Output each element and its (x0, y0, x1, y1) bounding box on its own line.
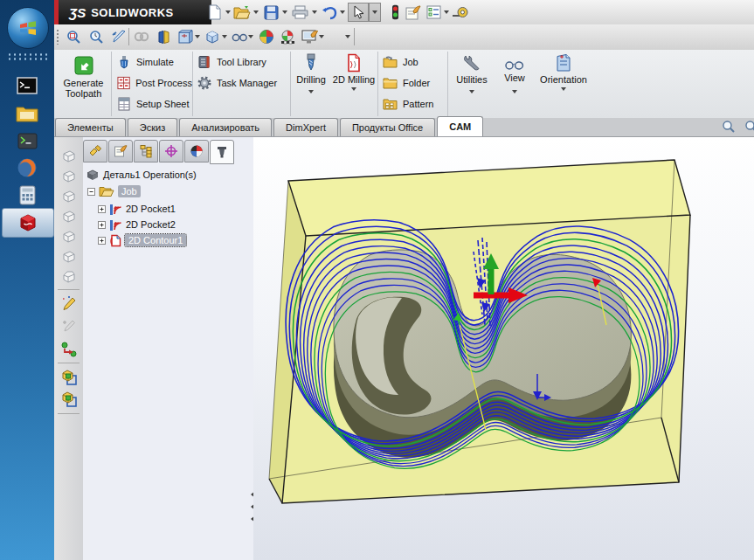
properties-button[interactable] (403, 3, 424, 22)
utilities-button[interactable]: Utilities (449, 53, 495, 93)
feature-manager-panel: Деталь1 Operation(s) Job (83, 137, 253, 560)
select-tool-button[interactable] (348, 3, 369, 22)
tree-pocket2-row[interactable]: 2D Pocket2 (98, 217, 176, 232)
expand-icon[interactable] (98, 237, 106, 245)
tree-pocket1-row[interactable]: 2D Pocket1 (98, 201, 176, 217)
view-cube-top-button[interactable] (59, 227, 79, 245)
shaded-view-button[interactable] (256, 27, 277, 46)
tab-office-products[interactable]: Продукты Office (340, 118, 435, 136)
toolbar-overflow-icon[interactable] (345, 35, 350, 38)
zoom-to-area-button[interactable] (86, 27, 107, 46)
view-cube-isometric-button[interactable] (59, 267, 79, 286)
open-button[interactable] (232, 3, 252, 22)
select-dropdown-button[interactable] (369, 3, 381, 22)
pattern-button[interactable]: Pattern (377, 93, 447, 114)
save-dropdown-icon[interactable] (282, 10, 287, 14)
drilling-button[interactable]: Drilling (292, 53, 330, 93)
cam-operation-tree-tab[interactable] (210, 140, 234, 164)
drilling-dropdown-icon[interactable] (308, 90, 314, 93)
graphics-viewport[interactable] (253, 137, 754, 560)
display-style-dropdown-icon[interactable] (248, 35, 253, 38)
expand-icon[interactable] (98, 221, 106, 229)
measure-button[interactable] (449, 3, 470, 22)
display-style-button[interactable] (229, 27, 250, 46)
tree-contour1-row[interactable]: 2D Contour1 (98, 232, 186, 248)
screen-capture-button[interactable] (299, 27, 320, 46)
view-cube-back-button[interactable] (59, 167, 79, 185)
assembly-feature-button-1[interactable] (59, 368, 79, 386)
flow-reorder-button[interactable] (59, 340, 79, 358)
generate-toolpath-button[interactable]: Generate Toolpath (56, 52, 112, 116)
screen-capture-dropdown-icon[interactable] (319, 35, 324, 38)
new-dropdown-icon[interactable] (225, 10, 231, 14)
collapse-icon[interactable] (87, 188, 95, 196)
simulate-button[interactable]: Simulate (112, 52, 192, 73)
folder-label: Folder (403, 78, 430, 88)
folder-button[interactable]: Folder (377, 73, 447, 93)
taskbar-firefox[interactable] (12, 155, 42, 181)
view-cube-bottom-button[interactable] (59, 247, 79, 266)
tab-elements[interactable]: Элементы (55, 118, 126, 136)
open-dropdown-icon[interactable] (253, 10, 259, 14)
tab-evaluate[interactable]: Анализировать (179, 118, 272, 136)
orientation-dropdown-icon[interactable] (561, 87, 566, 91)
tool-library-label: Tool Library (217, 57, 266, 67)
feature-manager-tab[interactable] (83, 140, 107, 162)
view-cube-dropdown-icon[interactable] (222, 35, 227, 38)
tree-root-row[interactable]: Деталь1 Operation(s) (86, 167, 197, 183)
edit-sketch-button[interactable] (59, 294, 79, 313)
dimxpert-manager-tab[interactable] (159, 140, 183, 162)
job-button[interactable]: Job (377, 52, 447, 73)
drawing-view-button[interactable] (175, 27, 196, 46)
tree-job-row[interactable]: Job (87, 183, 141, 199)
solidworks-window: ƷS SOLIDWORKS (54, 0, 754, 560)
print-button[interactable] (289, 3, 310, 22)
view-dropdown-icon[interactable] (512, 90, 517, 93)
tab-sketch[interactable]: Эскиз (128, 118, 177, 136)
tab-dimxpert[interactable]: DimXpert (273, 118, 338, 136)
post-process-button[interactable]: Post Process (112, 73, 192, 93)
2d-milling-dropdown-icon[interactable] (351, 87, 356, 91)
previous-view-icon (111, 30, 127, 44)
task-manager-button[interactable]: Task Manager (192, 73, 290, 93)
taskbar-terminal[interactable] (12, 128, 42, 154)
section-view-button[interactable] (153, 27, 174, 46)
assembly-feature-button-2[interactable] (59, 390, 79, 408)
taskbar-solidworks[interactable] (2, 208, 54, 238)
property-manager-tab[interactable] (108, 140, 133, 162)
drawing-view-dropdown-icon[interactable] (195, 35, 200, 38)
view-cube-icon (60, 208, 78, 225)
new-document-button[interactable] (204, 3, 225, 22)
glasses-icon (232, 31, 248, 42)
setup-sheet-button[interactable]: Setup Sheet (112, 93, 192, 114)
undo-button[interactable] (318, 3, 339, 22)
view-cube-button[interactable] (202, 27, 223, 46)
quick-zoom-button[interactable] (722, 120, 736, 134)
undo-dropdown-icon[interactable] (340, 10, 345, 14)
utilities-dropdown-icon[interactable] (469, 90, 474, 93)
view-cube-right-button[interactable] (59, 207, 79, 225)
tab-cam[interactable]: CAM (437, 116, 483, 136)
expand-icon[interactable] (98, 205, 106, 213)
taskbar-command-prompt[interactable] (12, 73, 42, 99)
options-list-button[interactable] (423, 3, 444, 22)
taskbar-file-explorer[interactable] (12, 100, 42, 126)
add-sketch-button[interactable] (59, 316, 79, 335)
print-dropdown-icon[interactable] (312, 10, 317, 14)
taskbar-calculator[interactable] (12, 182, 42, 208)
view-cube-left-button[interactable] (59, 187, 79, 205)
render-preview-button[interactable] (277, 27, 298, 46)
link-views-button[interactable] (131, 27, 152, 46)
tool-library-button[interactable]: Tool Library (192, 52, 290, 73)
save-button[interactable] (260, 3, 281, 22)
view-button[interactable]: View (496, 53, 533, 93)
2d-milling-button[interactable]: 2D Milling (332, 53, 376, 91)
configuration-manager-tab[interactable] (134, 140, 158, 162)
display-manager-tab[interactable] (184, 140, 209, 162)
orientation-button[interactable]: Orientation (535, 53, 592, 91)
start-button[interactable] (7, 7, 49, 49)
quick-zoom-button-2[interactable] (744, 120, 754, 134)
previous-view-button[interactable] (108, 27, 129, 46)
view-cube-front-button[interactable] (59, 147, 79, 165)
zoom-to-fit-button[interactable] (63, 27, 84, 46)
